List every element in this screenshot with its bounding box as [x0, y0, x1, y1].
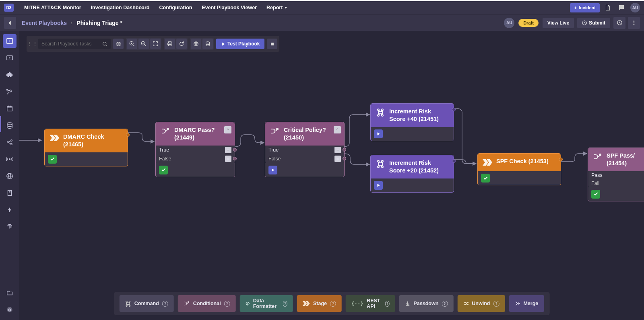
nav-broadcast-icon[interactable]: [3, 152, 17, 166]
data-button[interactable]: [202, 39, 213, 49]
node-critical-policy[interactable]: Critical Policy? (21450) ⌃ True− False−: [265, 122, 345, 177]
condition-false-row[interactable]: False−: [156, 154, 235, 163]
nav-tools-icon[interactable]: [3, 85, 17, 98]
nav-report[interactable]: Report▼: [262, 1, 292, 15]
playbook-canvas[interactable]: ⋮⋮ Test Playbook: [19, 31, 644, 320]
test-playbook-button[interactable]: Test Playbook: [216, 39, 264, 49]
nav-extension-icon[interactable]: [3, 68, 17, 82]
document-icon[interactable]: [602, 2, 613, 13]
false-port[interactable]: [343, 157, 346, 160]
output-port[interactable]: [452, 159, 456, 163]
output-port[interactable]: [126, 133, 130, 137]
search-field[interactable]: [41, 41, 102, 47]
breadcrumb-root[interactable]: Event Playbooks: [22, 20, 67, 26]
conditional-icon: [270, 126, 280, 136]
nav-folder-icon[interactable]: [3, 286, 17, 300]
editor-avatar[interactable]: AU: [504, 18, 514, 28]
chat-icon[interactable]: [616, 2, 627, 13]
incident-button[interactable]: +Incident: [570, 3, 600, 12]
output-port[interactable]: [559, 158, 563, 161]
node-increment-40[interactable]: Increment Risk Score +40 (21451): [370, 103, 454, 141]
user-avatar[interactable]: AU: [630, 3, 640, 12]
node-spf-check[interactable]: SPF Check (21453): [477, 153, 561, 185]
nav-event-playbook-viewer[interactable]: Event Playbook Viewer: [197, 1, 262, 15]
history-button[interactable]: [613, 17, 625, 29]
play-button[interactable]: [374, 129, 383, 138]
condition-true-row[interactable]: True−: [156, 146, 235, 154]
print-button[interactable]: [165, 39, 175, 49]
node-increment-20[interactable]: Increment Risk Score +20 (21452): [370, 155, 454, 193]
collapse-button[interactable]: ⌃: [334, 126, 341, 133]
node-header[interactable]: SPF Pass/ (21454): [588, 148, 644, 171]
minus-icon[interactable]: −: [225, 156, 231, 162]
nav-fingerprint-icon[interactable]: [3, 220, 17, 234]
nav-report-icon[interactable]: [3, 186, 17, 200]
node-header[interactable]: SPF Check (21453): [478, 154, 561, 171]
svg-point-15: [118, 43, 119, 45]
nav-investigation[interactable]: Investigation Dashboard: [86, 1, 155, 15]
condition-fail-row[interactable]: Fail: [588, 179, 644, 187]
view-live-button[interactable]: View Live: [543, 18, 574, 28]
palette-merge[interactable]: Merge: [509, 295, 544, 312]
nav-database-icon[interactable]: [3, 119, 17, 132]
drag-handle-icon[interactable]: ⋮⋮: [29, 41, 36, 47]
svg-point-24: [167, 128, 169, 130]
true-port[interactable]: [233, 148, 237, 152]
node-header[interactable]: Increment Risk Score +40 (21451): [371, 104, 454, 127]
play-button[interactable]: [268, 166, 277, 174]
globe-button[interactable]: [191, 39, 201, 49]
node-header[interactable]: Critical Policy? (21450) ⌃: [265, 122, 344, 146]
node-header[interactable]: Increment Risk Score +20 (21452): [371, 155, 454, 178]
node-dmarc-check[interactable]: DMARC Check (21465): [44, 129, 128, 166]
palette-conditional[interactable]: Conditional?: [178, 295, 236, 312]
app-logo[interactable]: D3: [4, 4, 14, 12]
nav-settings-icon[interactable]: [3, 303, 17, 317]
nav-globe-icon[interactable]: [3, 169, 17, 183]
node-title: SPF Pass/ (21454): [607, 152, 644, 167]
palette-command[interactable]: Command?: [120, 295, 174, 312]
active-marker: [0, 116, 1, 132]
nav-calendar-icon[interactable]: [3, 102, 17, 115]
search-input[interactable]: [38, 39, 111, 49]
node-title: DMARC Pass? (21449): [174, 126, 230, 142]
false-port[interactable]: [233, 157, 237, 160]
zoom-in-button[interactable]: [127, 39, 137, 49]
sub-header: Event Playbooks › Phishing Triage * AU D…: [0, 14, 644, 31]
play-button[interactable]: [374, 181, 383, 190]
node-spf-pass[interactable]: SPF Pass/ (21454) Pass Fail: [588, 148, 644, 201]
zoom-out-button[interactable]: [138, 39, 149, 49]
collapse-button[interactable]: ⌃: [224, 126, 231, 133]
palette-rest-api[interactable]: {··}REST API?: [346, 295, 395, 312]
stop-button[interactable]: [267, 39, 277, 49]
fit-button[interactable]: [150, 39, 161, 49]
palette-passdown[interactable]: Passdown?: [399, 295, 453, 312]
nav-playbook-icon[interactable]: [3, 34, 17, 48]
nav-video-icon[interactable]: [3, 51, 17, 65]
condition-true-row[interactable]: True−: [265, 146, 344, 154]
nav-action-icon[interactable]: [3, 203, 17, 217]
submit-button[interactable]: Submit: [577, 18, 610, 28]
back-button[interactable]: [4, 17, 16, 29]
minus-icon[interactable]: −: [334, 156, 341, 162]
refresh-button[interactable]: [176, 39, 187, 49]
palette-data-formatter[interactable]: Data Formatter?: [240, 295, 293, 312]
breadcrumb-current: Phishing Triage *: [76, 20, 122, 26]
nav-share-icon[interactable]: [3, 135, 17, 149]
minus-icon[interactable]: −: [225, 147, 231, 153]
nav-mitre[interactable]: MITRE ATT&CK Monitor: [19, 1, 86, 15]
palette-unwind[interactable]: Unwind?: [457, 295, 505, 312]
search-icon: [102, 41, 107, 47]
true-port[interactable]: [343, 148, 346, 152]
node-header[interactable]: DMARC Pass? (21449) ⌃: [156, 122, 235, 146]
nav-configuration[interactable]: Configuration: [155, 1, 197, 15]
condition-false-row[interactable]: False−: [265, 154, 344, 163]
eye-button[interactable]: [113, 39, 124, 49]
palette-stage[interactable]: Stage?: [297, 295, 342, 312]
output-port[interactable]: [452, 108, 456, 111]
node-dmarc-pass[interactable]: DMARC Pass? (21449) ⌃ True− False−: [155, 122, 235, 177]
node-header[interactable]: DMARC Check (21465): [45, 129, 128, 152]
more-menu-button[interactable]: [628, 17, 640, 29]
minus-icon[interactable]: −: [334, 147, 341, 153]
svg-point-14: [103, 42, 106, 45]
condition-pass-row[interactable]: Pass: [588, 171, 644, 179]
